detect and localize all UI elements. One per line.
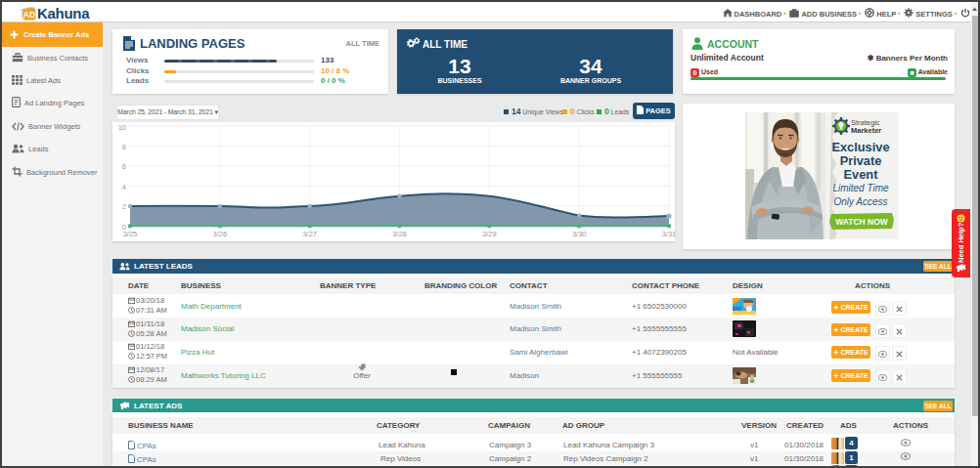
svg-text:3/29: 3/29 [482, 230, 497, 238]
svg-text:3/31: 3/31 [662, 230, 675, 238]
svg-text:8: 8 [122, 143, 126, 151]
svg-text:Limited Time: Limited Time [832, 183, 889, 193]
svg-text:4: 4 [122, 183, 126, 191]
svg-text:2: 2 [122, 202, 126, 211]
svg-text:Private: Private [840, 153, 882, 168]
svg-text:AD: AD [23, 10, 35, 20]
svg-text:Only Access: Only Access [833, 196, 887, 207]
svg-text:10: 10 [118, 123, 126, 132]
svg-text:WATCH NOW: WATCH NOW [835, 217, 889, 227]
svg-text:3/25: 3/25 [123, 230, 138, 238]
svg-text:Marketer: Marketer [851, 126, 881, 135]
svg-text:Event: Event [844, 167, 879, 182]
svg-text:3/28: 3/28 [392, 230, 407, 238]
svg-text:3/26: 3/26 [212, 230, 227, 238]
svg-text:3/30: 3/30 [572, 230, 587, 238]
svg-text:3/27: 3/27 [302, 230, 317, 238]
svg-text:6: 6 [122, 162, 126, 171]
